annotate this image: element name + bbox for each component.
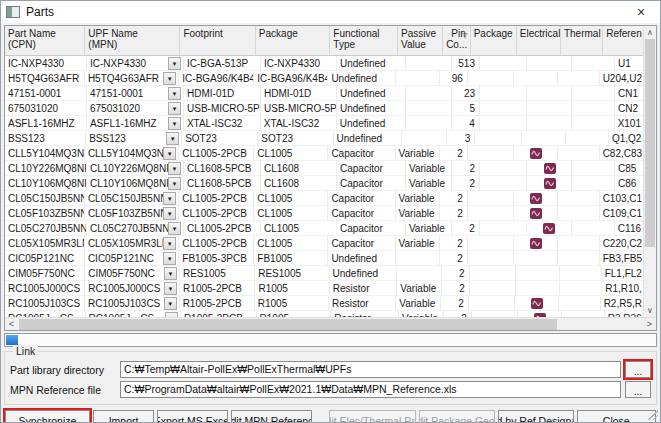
column-header-part-name[interactable]: Part Name (CPN) — [5, 26, 85, 55]
upf-name-text: RC1005J103CS — [88, 297, 164, 310]
table-row[interactable]: CL10Y226MQ8NRNC CL10Y226MQ8NRNC ▼ CL1608… — [5, 161, 643, 176]
synchronize-button[interactable]: Synchronize — [5, 410, 90, 423]
upf-dropdown-button[interactable]: ▼ — [168, 177, 181, 190]
column-header-reference[interactable]: Referen — [603, 26, 643, 55]
cell-package-2 — [468, 146, 514, 160]
cell-part-name: 47151-0001 — [5, 86, 87, 100]
browse-mpn-reference-button[interactable]: ... — [625, 381, 651, 398]
cell-upf-name: IC-NXP4330 ▼ — [87, 56, 184, 70]
table-row[interactable]: CLL5Y104MQ3NLNC CLL5Y104MQ3NLNC ▼ CL1005… — [5, 146, 643, 161]
upf-dropdown-button[interactable]: ▼ — [164, 297, 177, 310]
vertical-scroll-thumb[interactable] — [645, 39, 655, 247]
cell-references: FB3,FB5 — [600, 251, 643, 265]
table-row[interactable]: BSS123 BSS123 ▼ SOT23 SOT23 Undefined 3 … — [5, 131, 643, 146]
link-group-label: Link — [13, 345, 38, 357]
upf-dropdown-button[interactable]: ▼ — [163, 237, 176, 250]
export-ms-excel-button[interactable]: Export MS Excel — [157, 410, 227, 423]
electrical-model-icon[interactable] — [530, 148, 542, 159]
cell-upf-name: CIM05F750NC ▼ — [85, 266, 180, 280]
upf-dropdown-button[interactable]: ▼ — [168, 117, 181, 130]
upf-dropdown-button[interactable]: ▼ — [166, 132, 179, 145]
table-row[interactable]: ASFL1-16MHZ ASFL1-16MHZ ▼ XTAL-ISC32 XTA… — [5, 116, 643, 131]
table-row[interactable]: IC-NXP4330 IC-NXP4330 ▼ IC-BGA-513P IC-N… — [5, 56, 643, 71]
cell-part-name: CIM05F750NC — [5, 266, 85, 280]
button-row-spacer — [315, 410, 326, 423]
upf-name-text: BSS123 — [89, 132, 166, 145]
column-header-passive-value[interactable]: Passive Value — [398, 26, 443, 55]
edit-mpn-reference-button[interactable]: Edit MPN Reference — [231, 410, 312, 423]
electrical-model-icon[interactable] — [531, 298, 543, 309]
cell-part-name: H5TQ4G63AFR — [5, 71, 85, 85]
column-header-electrical[interactable]: Electrical — [517, 26, 561, 55]
cell-footprint: R1005-2PCB — [180, 296, 255, 310]
column-header-package[interactable]: Package — [256, 26, 330, 55]
column-header-footprint[interactable]: Footprint — [180, 26, 255, 55]
upf-dropdown-button[interactable]: ▼ — [163, 192, 176, 205]
mpn-reference-file-field[interactable]: C:₩ProgramData₩altair₩PollEx₩2021.1₩Data… — [120, 381, 621, 398]
cell-package-2 — [468, 206, 514, 220]
cell-pin-count: 2 — [452, 221, 480, 235]
upf-dropdown-button[interactable]: ▼ — [168, 162, 181, 175]
table-row[interactable]: CIM05F750NC CIM05F750NC ▼ RES1005 RES100… — [5, 266, 643, 281]
cell-footprint: SOT23 — [182, 131, 258, 145]
upf-dropdown-button[interactable]: ▼ — [168, 57, 181, 70]
chevron-down-icon: ▼ — [167, 301, 173, 307]
upf-dropdown-button[interactable]: ▼ — [168, 102, 181, 115]
cell-thermal — [572, 56, 615, 70]
column-header-pin-count[interactable]: Pin Co...▽ — [443, 26, 471, 55]
scroll-down-icon[interactable]: ∨ — [644, 304, 656, 317]
electrical-model-icon[interactable] — [543, 223, 555, 234]
upf-dropdown-button[interactable]: ▼ — [168, 87, 181, 100]
table-row[interactable]: RC1005J103CS RC1005J103CS ▼ R1005-2PCB R… — [5, 296, 643, 311]
upf-dropdown-button[interactable]: ▼ — [163, 147, 176, 160]
table-row[interactable]: H5TQ4G63AFR H5TQ4G63AFR ▼ IC-BGA96/K4B4G… — [5, 71, 643, 86]
table-row[interactable]: CL10Y106MQ8NRNC CL10Y106MQ8NRNC ▼ CL1608… — [5, 176, 643, 191]
import-button[interactable]: Import — [93, 410, 154, 423]
cell-thermal — [572, 101, 615, 115]
horizontal-scrollbar[interactable]: < > — [5, 317, 656, 330]
upf-dropdown-button[interactable]: ▼ — [163, 252, 176, 265]
table-row[interactable]: 675031020 675031020 ▼ USB-MICRO-5P USB-M… — [5, 101, 643, 116]
cell-passive-value — [406, 116, 452, 130]
upf-dropdown-button[interactable]: ▼ — [163, 72, 176, 85]
cell-passive-value: Variable — [406, 221, 452, 235]
column-header-thermal[interactable]: Thermal — [561, 26, 603, 55]
column-header-upf-name[interactable]: UPF Name (MPN) — [85, 26, 180, 55]
electrical-model-icon[interactable] — [530, 238, 542, 249]
table-row[interactable]: CL05C270JB5NNWC CL05C270JB5NNWC ▼ CL1005… — [5, 221, 643, 236]
upf-dropdown-button[interactable]: ▼ — [164, 267, 177, 280]
cell-references: C220,C2 — [600, 236, 643, 250]
vertical-scrollbar[interactable]: ∧ ∨ — [643, 26, 656, 317]
table-row[interactable]: CIC05P121NC CIC05P121NC ▼ FB1005-3PCB FB… — [5, 251, 643, 266]
scroll-right-icon[interactable]: > — [643, 318, 656, 331]
cell-upf-name: 675031020 ▼ — [87, 101, 184, 115]
horizontal-scroll-thumb[interactable] — [19, 319, 557, 330]
table-row[interactable]: CL05X105MR3LNNH CL05X105MR3LNNH ▼ CL1005… — [5, 236, 643, 251]
scroll-up-icon[interactable]: ∧ — [644, 26, 656, 39]
electrical-model-icon[interactable] — [544, 178, 556, 189]
cell-upf-name: CLL5Y104MQ3NLNC ▼ — [85, 146, 179, 160]
upf-dropdown-button[interactable]: ▼ — [168, 222, 181, 235]
resize-grip-icon[interactable] — [648, 410, 658, 420]
table-row[interactable]: RC1005J000CS RC1005J000CS ▼ R1005-2PCB R… — [5, 281, 643, 296]
part-library-directory-field[interactable]: C:₩Temp₩Altair-PollEx₩PollExThermal₩UPFs — [120, 361, 621, 378]
cell-package: RES1005 — [255, 266, 329, 280]
electrical-model-icon[interactable] — [530, 208, 542, 219]
electrical-model-icon[interactable] — [530, 193, 542, 204]
table-row[interactable]: CL05F103ZB5NNNC CL05F103ZB5NNNC ▼ CL1005… — [5, 206, 643, 221]
upf-name-text: 675031020 — [90, 102, 168, 115]
cell-footprint: XTAL-ISC32 — [184, 116, 261, 130]
find-by-ref-designator-button[interactable]: Find by Ref Designator — [498, 410, 574, 423]
column-header-functional-type[interactable]: Functional Type — [330, 26, 398, 55]
close-button[interactable]: Close — [577, 410, 656, 423]
table-row[interactable]: CL05C150JB5NNND CL05C150JB5NNND ▼ CL1005… — [5, 191, 643, 206]
scroll-left-icon[interactable]: < — [5, 318, 18, 331]
close-icon[interactable]: × — [627, 3, 655, 21]
upf-dropdown-button[interactable]: ▼ — [163, 207, 176, 220]
electrical-model-icon[interactable] — [544, 163, 556, 174]
table-row[interactable]: 47151-0001 47151-0001 ▼ HDMI-01D HDMI-01… — [5, 86, 643, 101]
upf-dropdown-button[interactable]: ▼ — [164, 282, 177, 295]
browse-part-library-button[interactable]: ... — [625, 361, 651, 378]
column-header-package-2[interactable]: Package — [471, 26, 517, 55]
cell-package-2 — [470, 266, 516, 280]
